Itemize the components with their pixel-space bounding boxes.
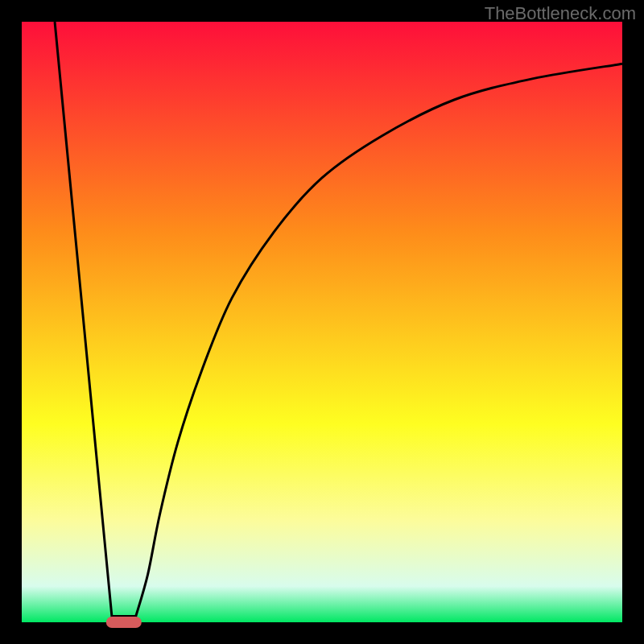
watermark-text: TheBottleneck.com [485,3,636,24]
chart-container: TheBottleneck.com [0,0,644,644]
bottleneck-chart [0,0,644,644]
gradient-plot-area [22,22,622,622]
optimal-marker [106,617,142,628]
